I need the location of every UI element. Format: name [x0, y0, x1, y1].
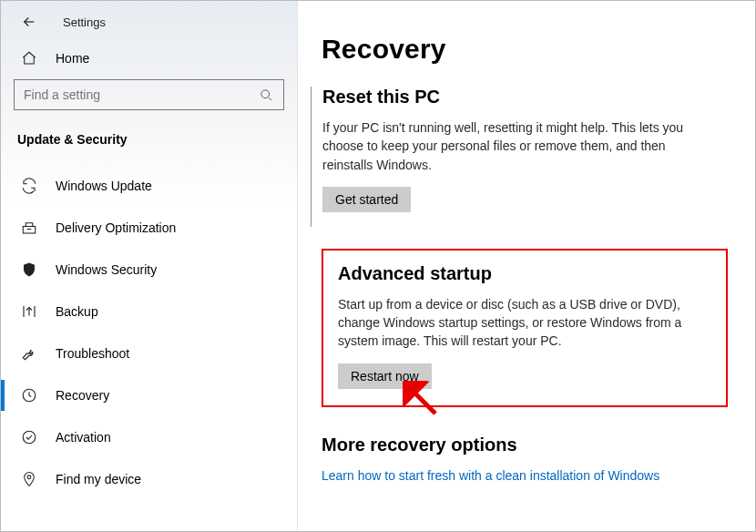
svg-point-4 — [27, 476, 31, 479]
section-header: Update & Security — [1, 125, 297, 165]
section-reset-this-pc: Reset this PC If your PC isn't running w… — [311, 87, 728, 227]
nav-troubleshoot[interactable]: Troubleshoot — [1, 332, 297, 374]
nav-windows-security[interactable]: Windows Security — [1, 249, 297, 291]
titlebar: Settings — [1, 10, 297, 41]
advanced-body: Start up from a device or disc (such as … — [338, 295, 711, 351]
reset-body: If your PC isn't running well, resetting… — [322, 118, 714, 174]
location-icon — [21, 471, 37, 487]
more-title: More recovery options — [322, 435, 728, 455]
back-button[interactable] — [21, 14, 37, 30]
nav-list: Windows Update Delivery Optimization Win… — [1, 165, 297, 500]
nav-label: Delivery Optimization — [56, 220, 176, 235]
restart-now-button[interactable]: Restart now — [338, 363, 432, 389]
backup-icon — [21, 303, 37, 320]
section-advanced-startup: Advanced startup Start up from a device … — [322, 249, 728, 407]
nav-recovery[interactable]: Recovery — [1, 374, 297, 416]
svg-rect-1 — [23, 227, 36, 234]
shield-icon — [21, 261, 37, 278]
home-icon — [21, 50, 37, 66]
nav-activation[interactable]: Activation — [1, 416, 297, 458]
settings-window: Settings Home Update & Security Windows … — [1, 1, 755, 531]
home-label: Home — [56, 51, 89, 66]
nav-label: Activation — [56, 430, 111, 445]
recovery-icon — [21, 387, 37, 404]
delivery-icon — [21, 220, 37, 236]
svg-point-3 — [23, 431, 36, 444]
home-nav[interactable]: Home — [1, 41, 297, 79]
content-pane: Recovery Reset this PC If your PC isn't … — [298, 1, 755, 531]
nav-backup[interactable]: Backup — [1, 291, 297, 332]
nav-label: Backup — [56, 304, 98, 319]
fresh-install-link[interactable]: Learn how to start fresh with a clean in… — [322, 468, 659, 483]
svg-point-0 — [261, 89, 269, 97]
get-started-button[interactable]: Get started — [322, 187, 411, 212]
section-more-recovery-options: More recovery options Learn how to start… — [322, 435, 728, 483]
nav-label: Find my device — [56, 472, 141, 486]
search-icon — [258, 87, 274, 103]
nav-label: Recovery — [56, 388, 109, 403]
nav-find-my-device[interactable]: Find my device — [1, 458, 297, 500]
check-icon — [21, 429, 37, 445]
window-title: Settings — [63, 15, 106, 29]
reset-title: Reset this PC — [322, 87, 728, 107]
advanced-title: Advanced startup — [338, 263, 711, 284]
sidebar: Settings Home Update & Security Windows … — [1, 1, 298, 531]
nav-label: Windows Security — [56, 262, 157, 277]
nav-windows-update[interactable]: Windows Update — [1, 165, 297, 207]
sync-icon — [21, 178, 37, 194]
nav-label: Windows Update — [56, 179, 152, 193]
search-box[interactable] — [14, 79, 284, 110]
nav-delivery-optimization[interactable]: Delivery Optimization — [1, 207, 297, 249]
wrench-icon — [21, 345, 37, 362]
search-input[interactable] — [24, 87, 250, 102]
nav-label: Troubleshoot — [56, 346, 129, 361]
page-title: Recovery — [322, 34, 728, 65]
